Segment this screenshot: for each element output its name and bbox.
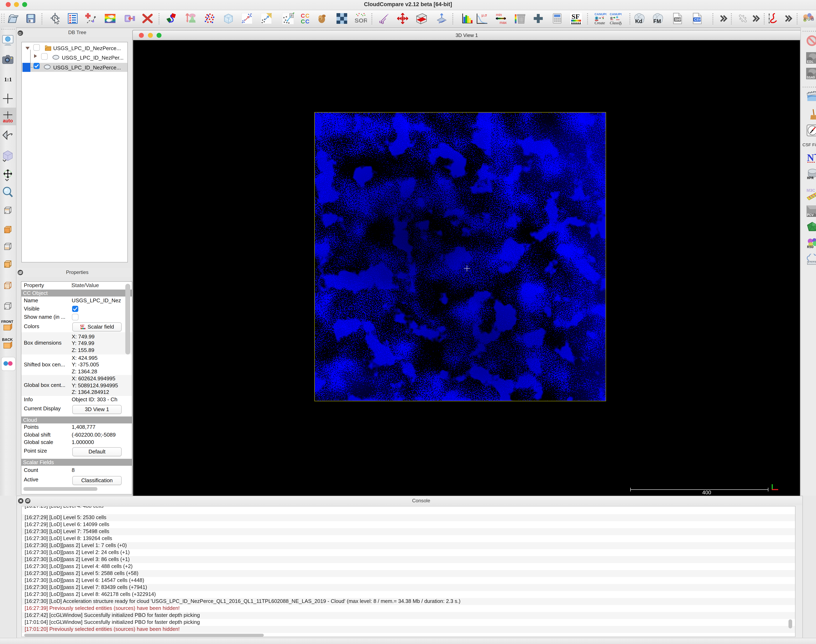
svg-text:C: C bbox=[305, 12, 309, 19]
svg-text:max: max bbox=[499, 20, 506, 25]
svg-text:C: C bbox=[301, 12, 305, 19]
svg-text:auto: auto bbox=[3, 118, 13, 123]
svg-text:PCV: PCV bbox=[807, 213, 814, 217]
svg-text:HPR: HPR bbox=[807, 176, 814, 180]
svg-text:Classify: Classify bbox=[610, 21, 622, 25]
svg-text:FM: FM bbox=[653, 18, 661, 24]
svg-text:SHP: SHP bbox=[675, 18, 682, 21]
svg-text:CSV: CSV bbox=[694, 18, 701, 21]
svg-text:SOR: SOR bbox=[354, 17, 367, 24]
svg-text:BACK: BACK bbox=[2, 337, 13, 342]
svg-text:B: B bbox=[811, 17, 814, 21]
svg-text:SF: SF bbox=[80, 324, 84, 328]
svg-text:EDL: EDL bbox=[807, 60, 813, 64]
svg-text:G: G bbox=[807, 17, 811, 21]
svg-text:400: 400 bbox=[702, 489, 711, 495]
svg-text:CANUPO: CANUPO bbox=[595, 12, 607, 16]
svg-text:R: R bbox=[804, 17, 807, 21]
svg-text:SSAO: SSAO bbox=[807, 75, 815, 80]
svg-text:C: C bbox=[301, 18, 305, 25]
svg-text:Create: Create bbox=[595, 21, 605, 25]
svg-text:SF: SF bbox=[571, 13, 579, 20]
svg-text:μ,σ: μ,σ bbox=[481, 13, 487, 17]
svg-text:CANUPO: CANUPO bbox=[610, 12, 622, 16]
svg-text:FRONT: FRONT bbox=[1, 320, 13, 324]
svg-text:min: min bbox=[496, 13, 502, 17]
svg-text:C: C bbox=[305, 18, 309, 25]
svg-text:M3C: M3C bbox=[807, 188, 815, 193]
svg-text:N: N bbox=[807, 152, 814, 163]
svg-text:Kd: Kd bbox=[635, 18, 642, 24]
svg-text:RSD: RSD bbox=[807, 245, 814, 249]
